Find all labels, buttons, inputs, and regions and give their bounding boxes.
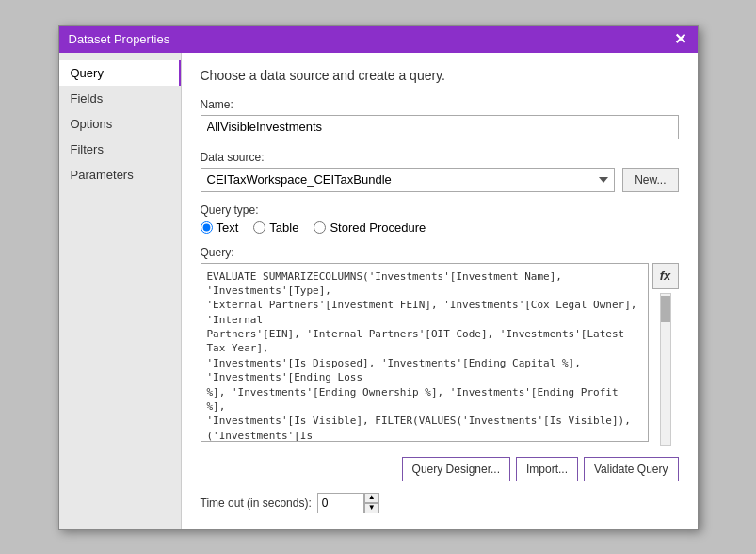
sidebar-item-filters[interactable]: Filters (59, 137, 181, 162)
timeout-up-button[interactable]: ▲ (364, 493, 379, 503)
radio-stored-procedure-input[interactable] (314, 221, 326, 234)
radio-table[interactable]: Table (253, 220, 298, 235)
import-button[interactable]: Import... (516, 457, 578, 481)
close-button[interactable]: ✕ (672, 32, 688, 47)
name-group: Name: (201, 98, 679, 139)
datasource-row: CEITaxWorkspace_CEITaxBundle New... (201, 168, 679, 192)
dataset-properties-dialog: Dataset Properties ✕ Query Fields Option… (58, 25, 699, 530)
query-type-group: Query type: Text Table Stored Procedure (201, 204, 679, 235)
sidebar-item-query[interactable]: Query (59, 60, 181, 86)
radio-stored-procedure[interactable]: Stored Procedure (314, 220, 426, 235)
title-bar: Dataset Properties ✕ (59, 26, 698, 53)
timeout-down-button[interactable]: ▼ (364, 503, 379, 513)
query-group: Query: fx (201, 246, 679, 446)
dialog-body: Query Fields Options Filters Parameters … (59, 53, 698, 529)
query-label: Query: (201, 246, 679, 259)
scrollbar[interactable] (660, 293, 671, 446)
query-textarea[interactable] (201, 263, 649, 442)
query-area-row: fx (201, 263, 679, 446)
query-type-label: Query type: (201, 204, 679, 217)
name-input[interactable] (201, 115, 679, 139)
datasource-group: Data source: CEITaxWorkspace_CEITaxBundl… (201, 151, 679, 192)
radio-text[interactable]: Text (201, 220, 239, 235)
name-label: Name: (201, 98, 679, 111)
page-heading: Choose a data source and create a query. (201, 68, 679, 83)
timeout-row: Time out (in seconds): ▲ ▼ (201, 493, 679, 513)
fx-button[interactable]: fx (652, 263, 679, 289)
radio-text-input[interactable] (201, 221, 213, 234)
timeout-label: Time out (in seconds): (201, 497, 312, 510)
timeout-control: ▲ ▼ (317, 493, 379, 513)
action-buttons-row: Query Designer... Import... Validate Que… (201, 457, 679, 481)
scroll-thumb (661, 296, 670, 322)
datasource-label: Data source: (201, 151, 679, 164)
sidebar-item-options[interactable]: Options (59, 111, 181, 137)
sidebar-item-parameters[interactable]: Parameters (59, 162, 181, 187)
datasource-select[interactable]: CEITaxWorkspace_CEITaxBundle (201, 168, 616, 192)
query-type-row: Text Table Stored Procedure (201, 220, 679, 235)
sidebar-item-fields[interactable]: Fields (59, 86, 181, 111)
sidebar: Query Fields Options Filters Parameters (59, 53, 182, 529)
new-datasource-button[interactable]: New... (622, 168, 678, 192)
dialog-title: Dataset Properties (69, 32, 170, 46)
radio-table-input[interactable] (253, 221, 265, 234)
main-content: Choose a data source and create a query.… (182, 53, 698, 529)
validate-query-button[interactable]: Validate Query (584, 457, 679, 481)
query-designer-button[interactable]: Query Designer... (402, 457, 510, 481)
timeout-spinner: ▲ ▼ (364, 493, 379, 513)
timeout-input[interactable] (317, 493, 364, 513)
